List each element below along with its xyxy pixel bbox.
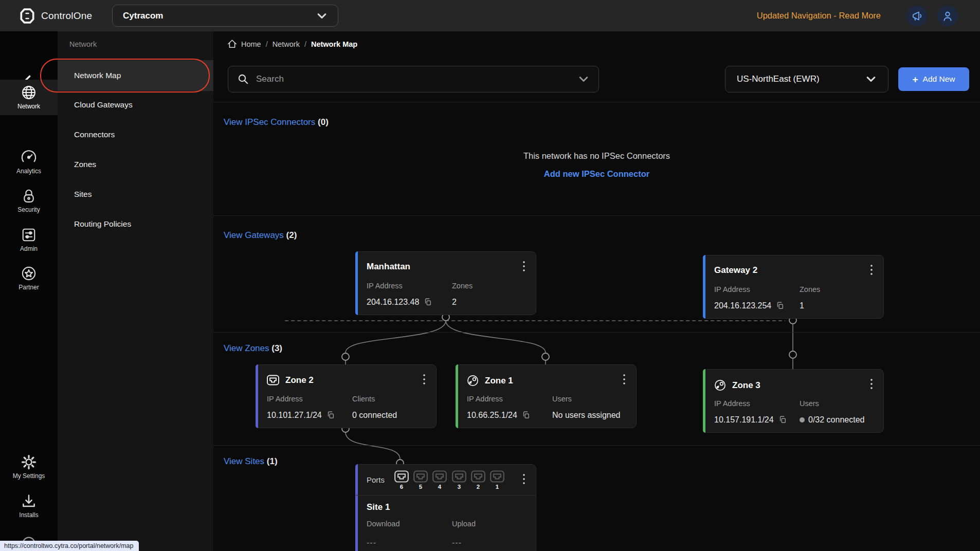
zones-value: 1 [800,301,804,310]
connection-status-dot [800,417,805,423]
rail-item-security[interactable]: Security [0,183,58,218]
ip-address-value: 10.66.25.1/24 [467,411,517,420]
site-card-site-1[interactable]: Ports 6 5 4 3 [355,464,536,551]
rail-item-my-settings[interactable]: My Settings [0,449,58,485]
view-ipsec-connectors-link[interactable]: View IPSec Connectors [224,117,315,127]
zones-section-heading: View Zones (3) [224,343,282,354]
ip-address-value: 204.16.123.48 [367,298,419,307]
controlone-logo-icon [20,8,35,24]
updated-navigation-banner[interactable]: Updated Navigation - Read More [757,0,881,31]
zone-card-zone-2[interactable]: Zone 2 IP Address Clients 10.101.27.1/24… [256,364,437,428]
card-menu-kebab[interactable] [419,372,430,387]
copy-button[interactable] [522,411,530,419]
zone-port-icon [267,375,279,385]
tenant-dropdown[interactable]: Cytracom [112,5,338,27]
region-dropdown[interactable]: US-NorthEast (EWR) [725,66,888,93]
lock-icon [21,188,37,204]
card-accent [703,369,705,433]
rail-item-admin[interactable]: Admin [0,222,58,258]
ip-address-label: IP Address [467,395,503,403]
ip-address-label: IP Address [714,399,750,408]
view-gateways-link[interactable]: View Gateways [224,230,284,240]
rail-item-analytics[interactable]: Analytics [0,144,58,180]
submenu-item-cloud-gateways[interactable]: Cloud Gateways [58,89,213,120]
port-3[interactable]: 3 [450,470,468,490]
gateway-card-manhattan[interactable]: Manhattan IP Address Zones 204.16.123.48… [355,251,536,315]
search-icon [238,74,249,85]
gateways-count: (2) [286,230,297,240]
ip-address-label: IP Address [267,395,303,403]
sites-count: (1) [267,456,278,466]
zone-name: Zone 3 [732,380,760,391]
port-5[interactable]: 5 [412,470,429,490]
submenu-item-connectors[interactable]: Connectors [58,119,213,150]
kebab-icon [870,264,873,276]
site-name: Site 1 [367,502,390,512]
section-divider [213,215,980,216]
card-menu-kebab[interactable] [518,259,530,273]
port-number: 1 [496,484,499,490]
card-menu-kebab[interactable] [619,372,630,387]
rail-item-network[interactable]: Network [0,80,58,115]
card-accent [256,364,258,428]
account-button[interactable] [937,6,958,26]
gateway-card-gateway-2[interactable]: Gateway 2 IP Address Zones 204.16.123.25… [703,255,884,319]
submenu-item-zones[interactable]: Zones [58,149,213,180]
gateway-name: Manhattan [367,262,410,272]
clients-value: 0 connected [352,411,397,420]
top-bar: ControlOne Cytracom Updated Navigation -… [0,0,980,31]
zones-label: Zones [800,285,820,293]
port-4[interactable]: 4 [431,470,448,490]
copy-button[interactable] [326,411,335,419]
breadcrumb-separator: / [266,40,268,48]
card-menu-kebab[interactable] [518,472,530,486]
port-number: 2 [477,484,480,490]
port-6[interactable]: 6 [393,470,410,490]
view-zones-link[interactable]: View Zones [224,343,269,353]
port-2[interactable]: 2 [469,470,487,490]
search-input[interactable] [255,74,572,85]
kebab-icon [870,378,873,390]
download-label: Download [367,520,400,528]
section-divider [213,445,980,446]
copy-button[interactable] [778,416,787,424]
submenu-item-label: Zones [74,160,96,169]
zone-card-zone-3[interactable]: Zone 3 IP Address Users 10.157.191.1/24 … [703,369,884,433]
kebab-icon [522,260,525,272]
zones-label: Zones [452,282,473,290]
copy-icon [778,416,787,424]
submenu-item-routing-policies[interactable]: Routing Policies [58,209,213,240]
rail-item-partner[interactable]: Partner [0,261,58,296]
submenu-item-network-map[interactable]: Network Map [58,60,213,91]
controlone-app: ControlOne Cytracom Updated Navigation -… [0,0,980,551]
rail-item-label: Analytics [16,168,41,175]
submenu-item-sites[interactable]: Sites [58,179,213,210]
rail-item-installs[interactable]: Installs [0,488,58,524]
rail-item-label: Partner [19,284,39,291]
add-new-button[interactable]: + Add New [898,67,969,91]
copy-button[interactable] [776,302,784,310]
download-value: --- [367,538,376,547]
gauge-icon [21,150,37,165]
add-new-ipsec-connector-link[interactable]: Add new IPSec Connector [213,169,980,179]
search-scope-chevron-icon[interactable] [578,76,589,83]
port-1[interactable]: 1 [488,470,506,490]
breadcrumb-current-page: Network Map [311,40,357,48]
ethernet-port-icon [452,470,466,483]
search-bar [228,66,599,93]
breadcrumb-home[interactable]: Home [241,40,261,48]
view-sites-link[interactable]: View Sites [224,456,264,466]
gateway-name: Gateway 2 [714,265,757,276]
announcements-button[interactable] [906,6,927,26]
ipsec-count: (0) [318,117,329,127]
copy-button[interactable] [424,298,432,306]
breadcrumb-network[interactable]: Network [273,40,300,48]
zone-card-zone-1[interactable]: Zone 1 IP Address Users 10.66.25.1/24 No… [456,364,637,428]
submenu-item-label: Routing Policies [74,219,131,229]
port-number: 5 [419,484,422,490]
card-menu-kebab[interactable] [866,263,877,277]
status-bar-url: https://controltwo.cytra.co/portal/netwo… [0,541,139,551]
zone-name: Zone 1 [485,376,513,386]
card-menu-kebab[interactable] [866,377,877,391]
submenu-item-label: Cloud Gateways [74,100,133,109]
